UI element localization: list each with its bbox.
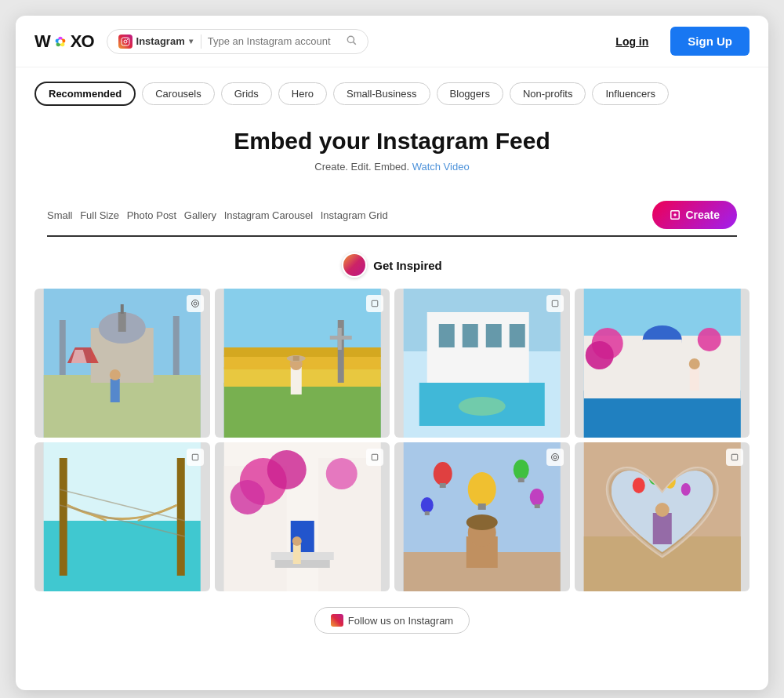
follow-label: Follow us on Instagram [348,615,453,627]
svg-point-107 [681,483,690,496]
inspired-label: Get Inspired [373,259,442,272]
svg-rect-21 [173,316,180,375]
gallery-item-7-icon [546,449,564,466]
svg-rect-108 [652,513,671,544]
svg-rect-18 [118,312,126,332]
svg-rect-20 [60,320,66,375]
svg-rect-55 [642,340,681,355]
svg-rect-15 [44,375,201,438]
svg-rect-110 [731,454,738,460]
svg-rect-70 [192,454,198,460]
watch-video-link[interactable]: Watch Video [412,161,470,173]
filter-recommended[interactable]: Recommended [34,82,136,106]
svg-point-90 [514,460,529,480]
logo-flower-icon [52,33,69,50]
svg-point-82 [292,536,301,546]
svg-rect-19 [121,304,124,314]
platform-selector[interactable]: Instagram ▾ [118,35,201,49]
svg-point-60 [688,358,699,369]
gallery-item-4[interactable] [575,289,750,438]
svg-point-100 [551,454,558,461]
svg-point-7 [124,40,127,43]
login-button[interactable]: Log in [606,29,658,54]
svg-rect-81 [292,544,300,564]
tag-fullsize: Full Size [80,209,119,221]
hero-section: Embed your Instagram Feed Create. Edit. … [16,120,768,188]
filter-bloggers[interactable]: Bloggers [437,82,503,105]
avatar-circle [342,253,367,278]
svg-point-98 [466,514,498,530]
gallery-item-2[interactable] [215,289,390,438]
svg-rect-32 [223,347,380,357]
svg-rect-95 [425,511,430,515]
gallery-item-1-icon [187,295,204,312]
svg-point-86 [468,472,496,507]
filter-hero[interactable]: Hero [278,82,327,105]
gallery-item-6-icon [366,449,383,466]
svg-rect-91 [518,478,524,482]
search-submit-button[interactable] [346,35,357,48]
svg-point-8 [127,38,129,40]
filter-influencers[interactable]: Influencers [592,82,669,105]
svg-rect-89 [440,483,446,488]
logo: W XO [34,31,94,52]
svg-point-49 [459,397,506,416]
svg-rect-59 [689,367,699,391]
tag-gallery: Gallery [184,209,216,221]
hero-title: Embed your Instagram Feed [34,128,750,155]
svg-rect-93 [535,504,540,508]
svg-rect-76 [274,560,329,568]
gallery-item-5[interactable] [34,442,210,591]
tag-photo-post: Photo Post [127,209,177,221]
svg-point-92 [530,489,544,506]
svg-rect-29 [223,383,380,438]
svg-rect-45 [463,324,478,347]
svg-point-5 [58,39,62,43]
tag-grid: Instagram Grid [321,209,388,221]
svg-point-94 [421,497,434,513]
svg-rect-50 [552,300,558,307]
svg-rect-35 [337,328,341,350]
svg-rect-64 [60,458,67,576]
svg-rect-44 [439,324,455,347]
gallery-item-6[interactable] [215,442,390,591]
svg-rect-40 [372,300,378,307]
svg-rect-6 [122,38,129,45]
account-search-input[interactable] [208,35,339,47]
header: W XO [16,16,768,67]
create-tags: Small Full Size Photo Post Gallery Insta… [47,209,652,221]
platform-label: Instagram [136,35,185,47]
svg-point-27 [191,300,198,307]
gallery-item-8[interactable] [575,442,750,591]
svg-point-26 [194,302,197,305]
svg-point-9 [347,36,354,42]
gallery-grid [34,289,750,591]
svg-rect-75 [270,552,333,560]
svg-rect-39 [292,356,299,361]
tag-carousel: Instagram Carousel [224,209,313,221]
create-button[interactable]: Create [652,201,737,229]
search-bar[interactable]: Instagram ▾ [107,29,368,54]
filter-small-business[interactable]: Small-Business [333,82,430,105]
svg-rect-46 [486,324,502,347]
gallery-item-2-icon [366,295,383,312]
filter-carousels[interactable]: Carousels [142,82,215,105]
inspired-row: Get Inspired [16,253,768,278]
filter-nonprofits[interactable]: Non-profits [510,82,586,105]
logo-w: W [34,31,50,52]
gallery-item-3[interactable] [394,289,570,438]
gallery-item-8-icon [726,449,743,466]
instagram-icon [118,35,132,49]
filter-grids[interactable]: Grids [221,82,272,105]
svg-rect-65 [177,458,185,576]
create-label: Create [685,209,720,221]
signup-button[interactable]: Sign Up [670,27,750,56]
svg-point-58 [697,328,720,351]
gallery-item-7[interactable] [394,442,570,591]
svg-rect-22 [111,379,120,402]
gallery-item-1[interactable] [34,289,210,438]
svg-rect-87 [478,504,486,510]
filter-bar: Recommended Carousels Grids Hero Small-B… [16,67,768,120]
follow-instagram-button[interactable]: Follow us on Instagram [314,607,470,634]
tag-small: Small [47,209,73,221]
